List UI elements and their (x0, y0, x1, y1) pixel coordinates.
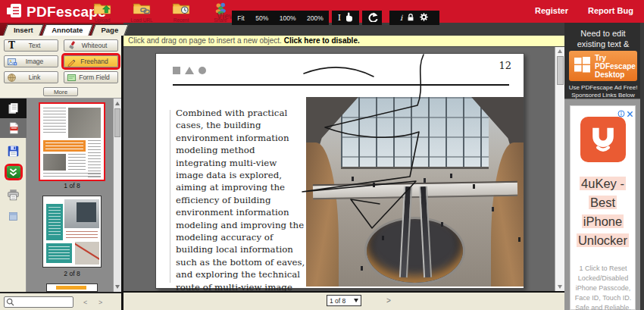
pdf-file-icon (8, 121, 20, 135)
load-url-button[interactable]: Load URL (124, 2, 159, 23)
form-field-tool-button[interactable]: Form Field (64, 71, 118, 83)
document-scrollbar-thumb[interactable] (557, 56, 564, 85)
freehand-tool-button-active[interactable]: Freehand (64, 55, 118, 67)
gear-icon[interactable] (419, 11, 429, 25)
try-desktop-button[interactable]: Try PDFescape Desktop (569, 51, 637, 81)
photo-walkway-left (306, 142, 339, 287)
ad-card[interactable]: 4uKey - Best iPhone Unlocker 1 Click to … (570, 105, 636, 310)
zoom-100-button[interactable]: 100% (280, 14, 296, 22)
scroll-up-arrow-icon[interactable] (115, 102, 120, 105)
register-link[interactable]: Register (535, 6, 568, 15)
hand-tool-icon[interactable] (345, 11, 353, 25)
zoom-fit-button[interactable]: Fit (237, 14, 244, 22)
pdfescape-logo-icon (6, 2, 23, 22)
header-rule (173, 84, 509, 86)
left-icon-strip (0, 99, 27, 292)
whiteout-icon (66, 40, 77, 51)
sponsored-line: Sponsored Links Below (566, 92, 640, 99)
tab-page[interactable]: Page (91, 24, 128, 36)
thumbnail-scrollbar[interactable] (113, 99, 121, 292)
link-label: Link (17, 74, 58, 81)
thumbnail-page-3-partial[interactable] (46, 283, 98, 292)
link-tool-button[interactable]: Link (4, 71, 58, 83)
image-tool-button[interactable]: Image (4, 55, 58, 67)
next-page-button[interactable]: > (386, 296, 391, 305)
undo-icon[interactable] (367, 11, 378, 25)
scroll-down-arrow-icon[interactable] (115, 285, 120, 289)
thumb1-orange-heading (43, 140, 86, 152)
page-number: 12 (499, 60, 511, 71)
printer-icon (7, 189, 20, 201)
windows-logo-icon (574, 57, 590, 76)
zoom-200-button[interactable]: 200% (307, 14, 324, 22)
thumb2-teal-caption (46, 243, 72, 263)
text-cursor-icon[interactable]: I (338, 13, 341, 23)
tab-annotate-label: Annotate (45, 25, 90, 36)
search-input[interactable] (16, 298, 72, 306)
ad-title-line-2: Best (589, 196, 617, 209)
download-button-highlighted[interactable] (0, 162, 27, 182)
tab-annotate[interactable]: Annotate (42, 24, 92, 36)
photo-people-dots (352, 177, 354, 181)
notice-disable-link[interactable]: Click here to disable. (284, 36, 360, 45)
page-properties-button[interactable] (0, 206, 27, 226)
insert-toolbox: T Text Whiteout Image Freehand Link Form… (0, 36, 121, 99)
more-label: More (54, 89, 67, 96)
lock-icon[interactable] (406, 11, 415, 25)
thumb2-photo-bottom (75, 242, 99, 265)
ad-body-text: 1 Click to Reset Locked/Disabled iPhone … (574, 264, 633, 310)
search-bar: < > (0, 292, 121, 310)
thumb1-text-block (43, 108, 66, 135)
more-tools-button[interactable]: More (43, 87, 78, 96)
text-tool-icon: T (6, 40, 17, 51)
doc-scroll-up-icon[interactable] (558, 49, 562, 53)
pdfescape-app-window: PDFescape Upload Load URL Recent Share V… (0, 0, 644, 310)
next-result-arrow[interactable]: > (98, 299, 102, 306)
image-label: Image (17, 58, 58, 65)
report-bug-link[interactable]: Report Bug (588, 6, 633, 15)
try-desktop-label: Try PDFescape Desktop (595, 54, 636, 79)
notice-bar: Click and drag on page to insert a new o… (123, 36, 564, 47)
triangle-glyph (185, 67, 194, 74)
document-scrollbar[interactable] (555, 47, 564, 291)
right-edge-strip (640, 23, 644, 310)
tab-insert-label: Insert (6, 25, 41, 36)
tab-page-label: Page (94, 25, 126, 36)
link-globe-icon (6, 72, 17, 83)
paragraph-left-rule (170, 110, 170, 283)
info-icon[interactable]: i (400, 14, 402, 22)
photo-walkway-right (491, 142, 524, 287)
thumbnail-page-1-selected[interactable] (40, 104, 104, 180)
thumbnail-page-2[interactable] (42, 196, 102, 268)
pdf-page[interactable]: 12 Combined with practical cases, the bu… (155, 53, 524, 289)
thumbnails-view-button-selected[interactable] (0, 99, 27, 118)
cursor-tools-group: I (332, 11, 359, 25)
search-box (4, 296, 73, 308)
recent-button[interactable]: Recent (164, 2, 199, 23)
print-button[interactable] (0, 185, 27, 205)
photo-glass-ceiling (341, 97, 489, 169)
notice-message: Click and drag on page to insert a new o… (128, 36, 282, 45)
save-button[interactable] (0, 141, 27, 161)
upload-button[interactable]: Upload (85, 2, 120, 23)
thumb1-photo-top (68, 108, 101, 138)
blue-page-icon (8, 211, 19, 222)
whiteout-tool-button[interactable]: Whiteout (64, 39, 118, 52)
thumbnail-scrollbar-thumb[interactable] (114, 108, 120, 137)
pdf-view-button[interactable] (0, 118, 27, 138)
ad-title[interactable]: 4uKey - Best iPhone Unlocker (571, 176, 635, 252)
text-tool-button[interactable]: T Text (4, 39, 58, 52)
ad-frame: 4uKey - Best iPhone Unlocker 1 Click to … (564, 99, 640, 310)
upload-folder-icon (93, 4, 111, 17)
page-select[interactable]: 1 of 8 (327, 295, 361, 306)
page-photo (306, 97, 524, 287)
tab-insert[interactable]: Insert (3, 24, 43, 36)
thumb2-teal-block (46, 204, 63, 240)
ad-title-line-4: Unlocker (577, 233, 629, 247)
previous-result-arrow[interactable]: < (83, 299, 87, 306)
doc-scroll-down-icon[interactable] (558, 285, 562, 289)
ad-close-icon[interactable] (627, 107, 633, 121)
form-field-label: Form Field (77, 74, 117, 81)
zoom-50-button[interactable]: 50% (255, 14, 268, 22)
thumb1-text-mid (68, 154, 86, 171)
